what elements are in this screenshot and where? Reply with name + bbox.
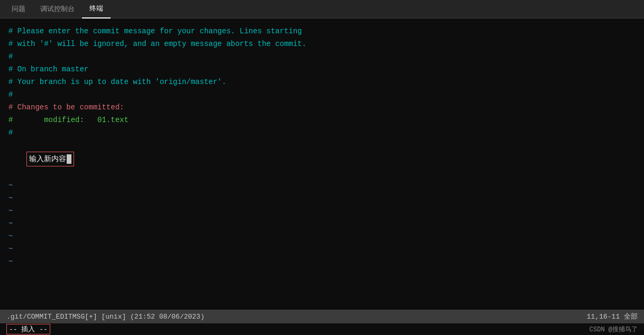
- watermark: CSDN @搜捕鸟了: [589, 325, 638, 334]
- terminal-line: # On branch master: [8, 63, 636, 76]
- status-bar: .git/COMMIT_EDITMSG[+] [unix] (21:52 08/…: [0, 310, 644, 323]
- terminal-line: #: [8, 88, 636, 101]
- vim-input-box[interactable]: 输入新内容: [26, 152, 74, 166]
- terminal-line: #: [8, 126, 636, 139]
- terminal-line: # with '#' will be ignored, and an empty…: [8, 38, 636, 50]
- status-filename: .git/COMMIT_EDITMSG[+] [unix] (21:52 08/…: [6, 313, 204, 321]
- terminal-area: # Please enter the commit message for yo…: [0, 18, 644, 310]
- tilde-line: ~: [8, 243, 636, 255]
- terminal-line: #: [8, 50, 636, 63]
- tab-terminal[interactable]: 终端: [82, 0, 111, 18]
- vim-mode: -- 插入 --: [6, 324, 50, 334]
- tilde-line: ~: [8, 230, 636, 243]
- mode-bar: -- 插入 -- CSDN @搜捕鸟了: [0, 323, 644, 335]
- status-position: 11,16-11 全部: [587, 312, 638, 321]
- terminal-line-changes: # Changes to be committed:: [8, 101, 636, 114]
- tilde-line: ~: [8, 255, 636, 268]
- terminal-line: # Please enter the commit message for yo…: [8, 25, 636, 38]
- tab-bar: 问题 调试控制台 终端: [0, 0, 644, 18]
- input-content: 输入新内容: [29, 153, 66, 165]
- input-line[interactable]: 输入新内容: [8, 139, 636, 179]
- tab-debug-console[interactable]: 调试控制台: [33, 0, 82, 18]
- terminal-line: # Your branch is up to date with 'origin…: [8, 76, 636, 88]
- terminal-line-modified: # modified: 01.text: [8, 114, 636, 126]
- tilde-line: ~: [8, 217, 636, 230]
- tilde-line: ~: [8, 192, 636, 204]
- tab-problems[interactable]: 问题: [4, 0, 33, 18]
- cursor: [67, 154, 71, 164]
- tilde-line: ~: [8, 204, 636, 217]
- tilde-line: ~: [8, 179, 636, 192]
